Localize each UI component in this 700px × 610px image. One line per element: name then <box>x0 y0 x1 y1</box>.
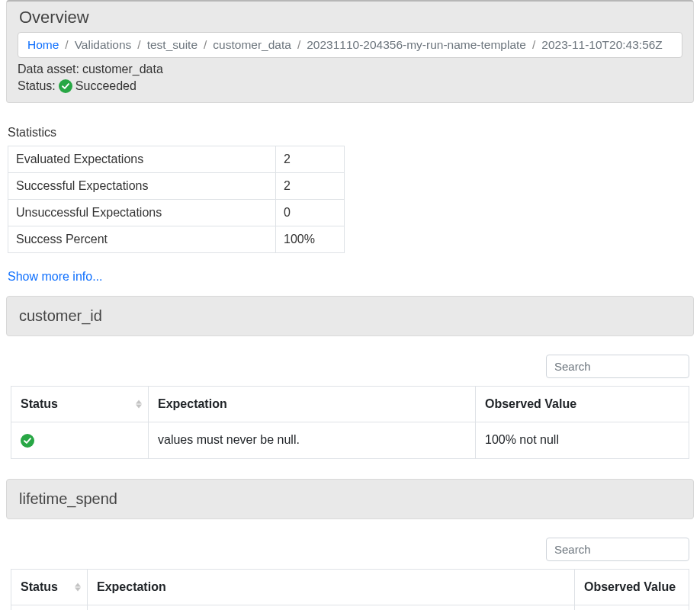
statistics-section: Statistics Evaluated Expectations 2 Succ… <box>8 126 692 253</box>
breadcrumb-item: test_suite <box>147 38 197 52</box>
observed-cell: 100% not null <box>476 422 689 459</box>
stat-label: Evaluated Expectations <box>8 146 276 173</box>
stat-label: Successful Expectations <box>8 173 276 200</box>
breadcrumb-item: customer_data <box>213 38 291 52</box>
search-container <box>11 355 689 378</box>
table-header-row: Status Expectation Observed Value <box>11 387 689 422</box>
sort-icon <box>75 583 81 591</box>
stat-value: 100% <box>276 226 345 253</box>
table-row: values must be greater than or equal to … <box>11 605 689 610</box>
expectation-cell: values must be greater than or equal to … <box>88 605 575 610</box>
search-input[interactable] <box>546 538 689 561</box>
expectations-table: Status Expectation Observed Value values… <box>11 386 689 459</box>
show-more-link[interactable]: Show more info... <box>8 270 103 284</box>
data-asset-line: Data asset: customer_data <box>18 63 682 76</box>
stat-value: 0 <box>276 200 345 226</box>
table-row: Unsuccessful Expectations 0 <box>8 200 345 226</box>
svg-point-0 <box>59 79 72 93</box>
status-header[interactable]: Status <box>11 569 88 605</box>
expectation-cell: values must never be null. <box>149 422 476 459</box>
observed-header[interactable]: Observed Value <box>476 387 689 422</box>
status-value: Succeeded <box>75 79 136 93</box>
stat-label: Unsuccessful Expectations <box>8 200 276 226</box>
status-label: Status: <box>18 79 56 93</box>
search-container <box>11 538 689 561</box>
search-input[interactable] <box>546 355 689 378</box>
table-header-row: Status Expectation Observed Value <box>11 569 689 605</box>
breadcrumb-separator: / <box>137 38 140 52</box>
table-row: Successful Expectations 2 <box>8 173 345 200</box>
statistics-table: Evaluated Expectations 2 Successful Expe… <box>8 146 345 253</box>
stat-value: 2 <box>276 173 345 200</box>
table-row: Success Percent 100% <box>8 226 345 253</box>
table-row: Evaluated Expectations 2 <box>8 146 345 173</box>
breadcrumb-separator: / <box>65 38 68 52</box>
status-header[interactable]: Status <box>11 387 149 422</box>
overview-panel: Overview Home / Validations / test_suite… <box>6 0 694 103</box>
svg-point-1 <box>21 434 34 448</box>
observed-header[interactable]: Observed Value <box>575 569 689 605</box>
sort-icon <box>136 400 142 409</box>
breadcrumb: Home / Validations / test_suite / custom… <box>18 32 682 58</box>
check-circle-icon <box>21 434 34 448</box>
expectations-table: Status Expectation Observed Value values… <box>11 569 689 610</box>
status-cell <box>11 422 149 459</box>
breadcrumb-item: Validations <box>75 38 132 52</box>
breadcrumb-separator: / <box>297 38 300 52</box>
column-section-header: customer_id <box>6 296 694 336</box>
status-line: Status: Succeeded <box>18 79 682 93</box>
check-circle-icon <box>59 79 72 93</box>
breadcrumb-separator: / <box>204 38 207 52</box>
overview-title: Overview <box>19 8 682 27</box>
data-asset-value: customer_data <box>82 63 163 76</box>
breadcrumb-item: 2023-11-10T20:43:56Z <box>541 38 663 52</box>
observed-cell: 0% unexpected <box>575 605 689 610</box>
breadcrumb-item: 20231110-204356-my-run-name-template <box>307 38 526 52</box>
data-asset-label: Data asset: <box>18 63 79 76</box>
expectation-header[interactable]: Expectation <box>88 569 575 605</box>
stat-label: Success Percent <box>8 226 276 253</box>
stat-value: 2 <box>276 146 345 173</box>
statistics-label: Statistics <box>8 126 692 140</box>
breadcrumb-home-link[interactable]: Home <box>27 38 59 52</box>
status-cell <box>11 605 88 610</box>
table-row: values must never be null. 100% not null <box>11 422 689 459</box>
column-section-header: lifetime_spend <box>6 479 694 519</box>
expectation-header[interactable]: Expectation <box>149 387 476 422</box>
breadcrumb-separator: / <box>532 38 535 52</box>
